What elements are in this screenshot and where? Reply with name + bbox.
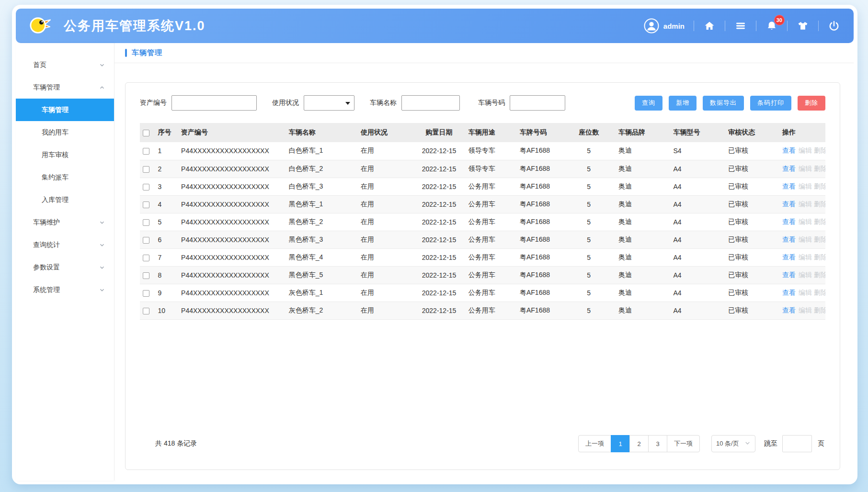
row-checkbox[interactable]	[143, 237, 149, 244]
delete-link[interactable]: 删除	[814, 289, 825, 296]
select-all-checkbox[interactable]	[143, 130, 149, 136]
edit-link[interactable]: 编辑	[799, 165, 812, 172]
view-link[interactable]: 查看	[782, 253, 796, 261]
sidebar-item-车辆管理[interactable]: 车辆管理	[16, 99, 114, 121]
edit-link[interactable]: 编辑	[799, 182, 812, 190]
view-link[interactable]: 查看	[782, 146, 796, 154]
delete-button[interactable]: 删除	[798, 96, 825, 111]
edit-link[interactable]: 编辑	[799, 253, 812, 261]
col-status: 使用状况	[358, 123, 412, 142]
view-link[interactable]: 查看	[782, 182, 796, 190]
page-button-2[interactable]: 2	[629, 435, 649, 452]
delete-link[interactable]: 删除	[814, 218, 825, 225]
usage-status-select[interactable]	[304, 95, 354, 111]
row-checkbox[interactable]	[143, 166, 149, 173]
user-menu[interactable]: admin	[644, 18, 685, 34]
edit-link[interactable]: 编辑	[799, 218, 812, 225]
cell-model: A4	[671, 231, 725, 248]
cell-use: 公务用车	[466, 266, 517, 284]
sidebar-item-用车审核[interactable]: 用车审核	[16, 144, 114, 166]
cell-name: 黑色桥车_3	[286, 231, 358, 248]
sidebar-item-系统管理[interactable]: 系统管理	[16, 279, 114, 301]
row-checkbox[interactable]	[143, 272, 149, 279]
asset-no-input[interactable]	[171, 95, 257, 111]
sidebar-item-首页[interactable]: 首页	[16, 54, 114, 76]
view-link[interactable]: 查看	[782, 306, 796, 314]
delete-link[interactable]: 删除	[814, 306, 825, 314]
col-ops: 操作	[779, 123, 825, 142]
row-checkbox[interactable]	[143, 290, 149, 297]
next-page-button[interactable]: 下一项	[667, 435, 700, 452]
sidebar-item-label: 集约派车	[42, 173, 69, 182]
row-checkbox[interactable]	[143, 148, 149, 155]
sidebar-item-集约派车[interactable]: 集约派车	[16, 166, 114, 189]
avatar-icon	[644, 18, 659, 34]
home-icon[interactable]	[703, 20, 716, 32]
delete-link[interactable]: 删除	[814, 146, 825, 154]
page-button-1[interactable]: 1	[611, 435, 630, 452]
view-link[interactable]: 查看	[782, 271, 796, 279]
view-link[interactable]: 查看	[782, 165, 796, 172]
col-brand: 车辆品牌	[616, 123, 670, 142]
delete-link[interactable]: 删除	[814, 200, 825, 208]
row-checkbox[interactable]	[143, 255, 149, 261]
sidebar-item-我的用车[interactable]: 我的用车	[16, 121, 114, 144]
row-checkbox[interactable]	[143, 201, 149, 208]
cell-no: 4	[155, 195, 178, 213]
cell-status: 在用	[358, 213, 412, 231]
menu-icon[interactable]	[734, 20, 747, 32]
view-link[interactable]: 查看	[782, 235, 796, 243]
query-button[interactable]: 查询	[635, 96, 662, 111]
cell-plate: 粤AF1688	[517, 178, 562, 195]
page-size-select[interactable]: 10 条/页	[711, 435, 755, 452]
cell-use: 公务用车	[466, 231, 517, 248]
sidebar-item-入库管理[interactable]: 入库管理	[16, 189, 114, 211]
cell-asset: P44XXXXXXXXXXXXXXXXX	[178, 160, 286, 178]
cell-brand: 奥迪	[616, 302, 670, 319]
sidebar-item-查询统计[interactable]: 查询统计	[16, 234, 114, 256]
sidebar-item-参数设置[interactable]: 参数设置	[16, 256, 114, 279]
sidebar-item-车辆维护[interactable]: 车辆维护	[16, 211, 114, 234]
sidebar-item-车辆管理[interactable]: 车辆管理	[16, 76, 114, 99]
cell-model: A4	[671, 266, 725, 284]
cell-use: 公务用车	[466, 284, 517, 302]
jump-page-input[interactable]	[782, 435, 812, 452]
notifications-bell-icon[interactable]: 30	[765, 20, 778, 32]
cell-date: 2022-12-15	[413, 213, 466, 231]
edit-link[interactable]: 编辑	[799, 289, 812, 296]
cell-asset: P44XXXXXXXXXXXXXXXXX	[178, 213, 286, 231]
delete-link[interactable]: 删除	[814, 271, 825, 279]
logout-power-icon[interactable]	[828, 20, 840, 32]
view-link[interactable]: 查看	[782, 218, 796, 225]
chevron-up-icon	[99, 84, 105, 91]
row-checkbox[interactable]	[143, 184, 149, 190]
view-link[interactable]: 查看	[782, 289, 796, 296]
vehicle-name-input[interactable]	[401, 95, 460, 111]
vehicle-no-input[interactable]	[510, 95, 565, 111]
export-button[interactable]: 数据导出	[703, 96, 744, 111]
edit-link[interactable]: 编辑	[799, 200, 812, 208]
edit-link[interactable]: 编辑	[799, 271, 812, 279]
edit-link[interactable]: 编辑	[799, 306, 812, 314]
delete-link[interactable]: 删除	[814, 182, 825, 190]
header-actions: admin 30	[644, 18, 840, 34]
cell-status: 在用	[358, 302, 412, 319]
delete-link[interactable]: 删除	[814, 253, 825, 261]
edit-link[interactable]: 编辑	[799, 235, 812, 243]
edit-link[interactable]: 编辑	[799, 146, 812, 154]
divider	[725, 21, 725, 31]
add-button[interactable]: 新增	[669, 96, 697, 111]
delete-link[interactable]: 删除	[814, 165, 825, 172]
cell-name: 灰色桥车_1	[286, 284, 358, 302]
view-link[interactable]: 查看	[782, 200, 796, 208]
prev-page-button[interactable]: 上一项	[578, 435, 611, 452]
row-checkbox[interactable]	[143, 219, 149, 226]
table-row: 8 P44XXXXXXXXXXXXXXXXX 黑色桥车_5 在用 2022-12…	[140, 266, 825, 284]
cell-model: A4	[671, 195, 725, 213]
page-button-3[interactable]: 3	[648, 435, 667, 452]
barcode-print-button[interactable]: 条码打印	[750, 96, 791, 111]
page-suffix-label: 页	[818, 439, 824, 448]
theme-shirt-icon[interactable]	[797, 20, 809, 32]
row-checkbox[interactable]	[143, 308, 149, 314]
delete-link[interactable]: 删除	[814, 235, 825, 243]
